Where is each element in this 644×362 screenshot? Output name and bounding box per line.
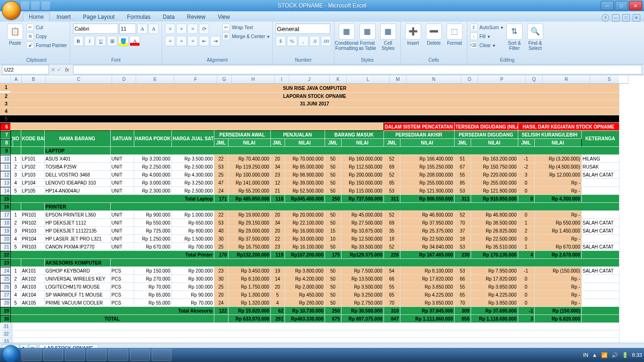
- minimize-ribbon-icon[interactable]: ─: [612, 14, 620, 22]
- brush-icon: 🖌: [26, 41, 34, 49]
- minimize-button[interactable]: ─: [601, 1, 614, 10]
- formula-bar: U22 ✕ ✓ fx: [0, 64, 644, 75]
- paste-icon: 📋: [7, 24, 23, 40]
- clear-button[interactable]: ⌫Clear ▾: [470, 41, 503, 49]
- comma-icon[interactable]: ,: [298, 36, 309, 46]
- wrap-icon: ↩: [222, 24, 230, 31]
- find-icon: 🔍: [527, 24, 543, 40]
- copy-button[interactable]: ⧉Copy: [26, 32, 67, 40]
- tab-data[interactable]: Data: [157, 12, 180, 22]
- format-cells-button[interactable]: ⬚Format: [445, 24, 464, 46]
- fill-color-button[interactable]: 🪣: [118, 36, 129, 46]
- group-alignment: ≡≡≡⟳ ≡≡≡⇤⇥ ↩Wrap Text ⊞Merge & Center ▾ …: [162, 22, 273, 64]
- group-styles: ▦Conditional Formatting ▦Format as Table…: [334, 22, 401, 64]
- align-left-icon[interactable]: ≡: [165, 36, 175, 46]
- name-box[interactable]: U22: [2, 65, 49, 74]
- cancel-icon[interactable]: ✕: [51, 67, 55, 73]
- orientation-icon[interactable]: ⟳: [199, 24, 209, 34]
- cut-icon: ✂: [26, 24, 34, 31]
- tab-home[interactable]: Home: [23, 12, 50, 22]
- format-painter-button[interactable]: 🖌Format Painter: [26, 41, 67, 49]
- bold-button[interactable]: B: [73, 36, 83, 46]
- redo-icon[interactable]: [41, 1, 50, 10]
- sort-filter-button[interactable]: ⇅Sort & Filter: [505, 24, 524, 51]
- insert-icon: ➕: [405, 24, 421, 40]
- align-bottom-icon[interactable]: ≡: [187, 24, 198, 34]
- align-right-icon[interactable]: ≡: [187, 36, 198, 46]
- group-clipboard: 📋Paste ✂Cut ⧉Copy 🖌Format Painter Clipbo…: [3, 22, 70, 64]
- office-button[interactable]: [2, 1, 21, 20]
- indent-dec-icon[interactable]: ⇤: [199, 36, 209, 46]
- enter-icon[interactable]: ✓: [57, 67, 61, 73]
- maximize-button[interactable]: □: [615, 1, 628, 10]
- merge-icon: ⊞: [222, 32, 230, 40]
- tab-formulas[interactable]: Formulas: [121, 12, 156, 22]
- find-select-button[interactable]: 🔍Find & Select: [526, 24, 545, 51]
- tab-page-layout[interactable]: Page Layout: [77, 12, 120, 22]
- paste-button[interactable]: 📋Paste: [6, 24, 24, 46]
- italic-button[interactable]: I: [84, 36, 95, 46]
- table-icon: ▦: [359, 24, 375, 40]
- group-cells: ➕Insert ➖Delete ⬚Format Cells: [401, 22, 467, 64]
- align-top-icon[interactable]: ≡: [165, 24, 175, 34]
- grow-font-icon[interactable]: A: [137, 24, 147, 34]
- tab-view[interactable]: View: [212, 12, 236, 22]
- align-middle-icon[interactable]: ≡: [176, 24, 187, 34]
- undo-icon[interactable]: [31, 1, 40, 10]
- group-editing: ΣAutoSum ▾ ↓Fill ▾ ⌫Clear ▾ ⇅Sort & Filt…: [467, 22, 547, 64]
- wrap-text-button[interactable]: ↩Wrap Text: [222, 24, 269, 31]
- copy-icon: ⧉: [26, 32, 34, 40]
- tab-review[interactable]: Review: [181, 12, 211, 22]
- eraser-icon: ⌫: [470, 41, 478, 49]
- inc-decimal-icon[interactable]: .0: [310, 36, 320, 46]
- close-button[interactable]: ✕: [629, 1, 642, 10]
- format-as-table-button[interactable]: ▦Format as Table: [358, 24, 377, 51]
- ribbon-tabs: Home Insert Page Layout Formulas Data Re…: [0, 11, 644, 22]
- sort-icon: ⇅: [506, 24, 522, 40]
- currency-icon[interactable]: $: [276, 36, 286, 46]
- group-number: $%,.0.00 Number: [273, 22, 334, 64]
- title-bar: STOCK OPNAME - Microsoft Excel ─ □ ✕: [0, 0, 644, 11]
- formula-input[interactable]: [73, 65, 642, 74]
- delete-icon: ➖: [426, 24, 442, 40]
- font-name-input[interactable]: [73, 24, 118, 34]
- conditional-formatting-button[interactable]: ▦Conditional Formatting: [337, 24, 356, 51]
- restore-window-icon[interactable]: □: [622, 14, 630, 22]
- conditional-icon: ▦: [339, 24, 355, 40]
- font-size-input[interactable]: [119, 24, 136, 34]
- border-button[interactable]: ⊞: [107, 36, 117, 46]
- merge-center-button[interactable]: ⊞Merge & Center ▾: [222, 32, 269, 40]
- underline-button[interactable]: U: [96, 36, 106, 46]
- group-font: AA B I U ⊞ 🪣 A Font: [70, 22, 162, 64]
- cut-button[interactable]: ✂Cut: [26, 24, 67, 31]
- font-color-button[interactable]: A: [130, 36, 140, 46]
- align-center-icon[interactable]: ≡: [176, 36, 187, 46]
- save-icon[interactable]: [21, 1, 29, 10]
- help-icon[interactable]: ?: [602, 14, 609, 22]
- delete-cells-button[interactable]: ➖Delete: [424, 24, 443, 46]
- format-icon: ⬚: [447, 24, 463, 40]
- window-title: STOCK OPNAME - Microsoft Excel: [277, 2, 366, 9]
- sigma-icon: Σ: [470, 24, 478, 31]
- fx-icon[interactable]: fx: [65, 67, 69, 72]
- autosum-button[interactable]: ΣAutoSum ▾: [470, 24, 503, 31]
- dec-decimal-icon[interactable]: .00: [321, 36, 331, 46]
- fill-icon: ↓: [470, 32, 478, 40]
- cell-styles-button[interactable]: ▦Cell Styles: [379, 24, 398, 51]
- shrink-font-icon[interactable]: A: [148, 24, 159, 34]
- ribbon: 📋Paste ✂Cut ⧉Copy 🖌Format Painter Clipbo…: [0, 22, 644, 64]
- indent-inc-icon[interactable]: ⇥: [210, 36, 220, 46]
- insert-cells-button[interactable]: ➕Insert: [404, 24, 423, 46]
- fill-button[interactable]: ↓Fill ▾: [470, 32, 503, 40]
- quick-access-toolbar: [21, 1, 50, 10]
- number-format-select[interactable]: [276, 24, 330, 34]
- tab-insert[interactable]: Insert: [51, 12, 76, 22]
- percent-icon[interactable]: %: [287, 36, 297, 46]
- cell-style-icon: ▦: [380, 24, 396, 40]
- close-workbook-icon[interactable]: ✕: [633, 14, 640, 22]
